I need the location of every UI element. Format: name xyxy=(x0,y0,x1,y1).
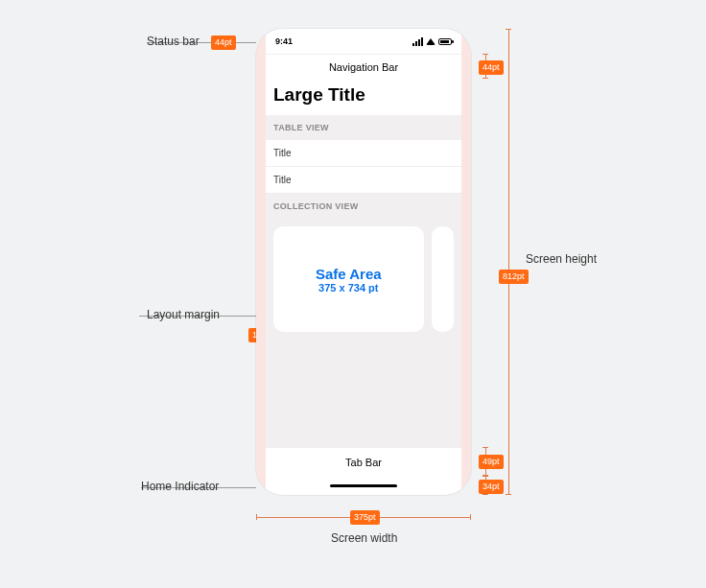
table-view-header: TABLE VIEW xyxy=(266,115,461,140)
label-home-indicator: Home Indicator xyxy=(141,480,219,493)
tab-bar[interactable]: Tab Bar xyxy=(266,447,461,476)
badge-home-indicator-height: 34pt xyxy=(479,480,504,494)
collection-view-header: COLLECTION VIEW xyxy=(266,194,461,219)
battery-icon xyxy=(438,38,452,45)
badge-tab-bar-height: 49pt xyxy=(479,455,504,469)
badge-screen-width: 375pt xyxy=(350,510,380,525)
navigation-bar: Navigation Bar xyxy=(266,54,461,79)
badge-nav-bar-height: 44pt xyxy=(479,60,504,75)
large-title: Large Title xyxy=(266,79,461,115)
safe-area-title: Safe Area xyxy=(316,266,382,282)
table-row[interactable]: Title xyxy=(266,140,461,167)
signal-icon xyxy=(412,37,423,46)
label-status-bar: Status bar xyxy=(147,35,200,48)
collection-card[interactable]: Safe Area 375 x 734 pt xyxy=(273,226,424,332)
content-area xyxy=(266,340,461,447)
label-screen-width: Screen width xyxy=(331,531,397,545)
label-screen-height: Screen height xyxy=(526,252,597,266)
home-indicator[interactable] xyxy=(266,476,461,495)
status-icons xyxy=(412,37,452,46)
collection-view: Safe Area 375 x 734 pt xyxy=(266,219,461,340)
collection-card[interactable] xyxy=(432,226,454,332)
phone-frame: 9:41 Navigation Bar Large Title TABLE VI… xyxy=(256,29,471,495)
status-bar: 9:41 xyxy=(266,29,461,54)
badge-status-bar-height: 44pt xyxy=(211,35,236,50)
label-layout-margin: Layout margin xyxy=(147,308,220,321)
status-time: 9:41 xyxy=(275,36,293,46)
wifi-icon xyxy=(426,38,435,45)
table-row[interactable]: Title xyxy=(266,167,461,194)
safe-area-dimensions: 375 x 734 pt xyxy=(318,282,378,294)
badge-screen-height: 812pt xyxy=(499,270,529,284)
